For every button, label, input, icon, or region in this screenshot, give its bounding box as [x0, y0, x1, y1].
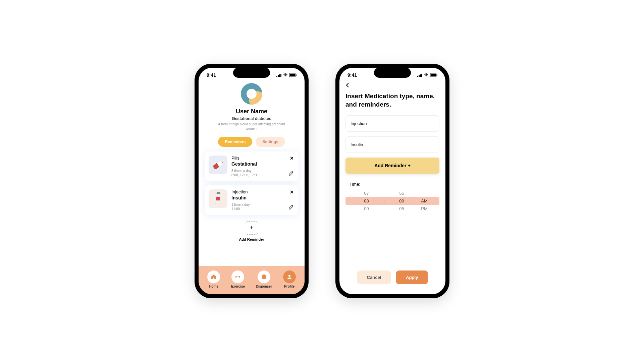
time-label: Time:	[345, 182, 439, 187]
tab-bar: Reminders Settings	[205, 137, 299, 147]
svg-rect-18	[431, 74, 436, 76]
phone-add-medication: 9:41 Insert Medication type, name, and r…	[335, 64, 449, 298]
svg-rect-14	[419, 75, 420, 77]
profile-icon	[283, 270, 296, 283]
med-frequency: 1 time a day: 11:00	[231, 202, 294, 211]
status-indicators	[417, 73, 437, 77]
med-frequency: 3 times a day: 8:00, 12:00, 17:00	[231, 169, 294, 177]
profile-header: User Name Gestational diabetes A form of…	[205, 83, 299, 131]
svg-rect-16	[421, 74, 422, 77]
chevron-left-icon	[345, 82, 350, 88]
battery-icon	[430, 73, 437, 77]
exercise-icon	[231, 270, 244, 283]
tab-settings[interactable]: Settings	[256, 137, 285, 147]
phone-notch	[374, 68, 411, 78]
status-time: 9:41	[207, 72, 216, 78]
add-reminder-button[interactable]: Add Reminder +	[345, 158, 439, 174]
medication-type-input[interactable]	[345, 115, 439, 132]
time-row[interactable]: 0755	[345, 189, 439, 197]
svg-rect-5	[290, 74, 295, 76]
screen-add-medication: 9:41 Insert Medication type, name, and r…	[339, 68, 445, 294]
dispenser-icon	[258, 270, 270, 283]
add-reminder-button[interactable]: +	[245, 221, 258, 235]
svg-rect-1	[278, 75, 279, 77]
svg-rect-11	[263, 275, 265, 276]
phone-profile: 9:41 User Name Gestational diabetes A fo…	[195, 64, 309, 298]
signal-icon	[417, 73, 423, 77]
svg-rect-2	[279, 74, 280, 77]
time-row[interactable]: 0905PM	[345, 205, 439, 213]
tab-reminders[interactable]: Reminders	[218, 137, 252, 147]
svg-rect-19	[437, 74, 437, 76]
wifi-icon	[424, 73, 429, 77]
medication-name-input[interactable]	[345, 136, 439, 153]
svg-rect-7	[235, 276, 236, 278]
user-name: User Name	[205, 108, 299, 115]
home-icon	[207, 270, 220, 283]
status-time: 9:41	[347, 72, 357, 78]
med-type: Injection	[231, 189, 294, 194]
screen-profile: 9:41 User Name Gestational diabetes A fo…	[199, 68, 305, 294]
nav-dispenser[interactable]: Dispenser	[256, 270, 272, 288]
back-button[interactable]	[345, 80, 439, 92]
bottom-nav: Home Exercise Dispenser Profile	[199, 266, 305, 294]
edit-icon[interactable]	[288, 171, 294, 177]
svg-rect-8	[239, 276, 240, 278]
apply-button[interactable]: Apply	[396, 270, 428, 284]
nav-exercise[interactable]: Exercise	[231, 270, 245, 288]
nav-profile[interactable]: Profile	[283, 270, 296, 288]
add-reminder-section: + Add Reminder	[205, 221, 299, 241]
med-type: Pills	[231, 156, 294, 161]
edit-icon[interactable]	[288, 204, 294, 211]
status-indicators	[276, 73, 297, 77]
svg-rect-13	[417, 76, 418, 77]
page-title: Insert Medication type, name, and remind…	[345, 92, 439, 109]
med-name: Gestational	[231, 161, 294, 167]
condition-description: A form of high blood sugar affecting pre…	[218, 122, 285, 131]
time-row-selected[interactable]: 08:00AM	[345, 197, 439, 205]
svg-rect-3	[280, 74, 281, 77]
condition-name: Gestational diabetes	[205, 116, 299, 121]
medication-card-injection: Injection Insulin 1 time a day: 11:00 ✕	[205, 185, 299, 215]
cancel-button[interactable]: Cancel	[357, 270, 391, 284]
svg-rect-9	[236, 277, 239, 277]
time-picker[interactable]: 0755 08:00AM 0905PM	[345, 189, 439, 213]
injection-icon	[209, 189, 227, 208]
phone-notch	[233, 68, 270, 78]
medication-card-pills: Pills Gestational 3 times a day: 8:00, 1…	[205, 152, 299, 181]
action-buttons: Cancel Apply	[339, 270, 445, 284]
svg-rect-15	[420, 74, 421, 77]
nav-home[interactable]: Home	[207, 270, 220, 288]
battery-icon	[289, 73, 297, 77]
signal-icon	[276, 73, 282, 77]
svg-rect-10	[262, 275, 266, 279]
svg-point-12	[288, 275, 290, 277]
close-icon[interactable]: ✕	[290, 189, 294, 195]
svg-rect-0	[276, 76, 277, 77]
close-icon[interactable]: ✕	[290, 156, 294, 161]
avatar[interactable]	[241, 83, 262, 105]
pill-icon	[209, 156, 227, 174]
wifi-icon	[283, 73, 288, 77]
med-name: Insulin	[231, 195, 294, 200]
svg-rect-6	[296, 74, 297, 76]
add-reminder-label: Add Reminder	[205, 237, 299, 241]
